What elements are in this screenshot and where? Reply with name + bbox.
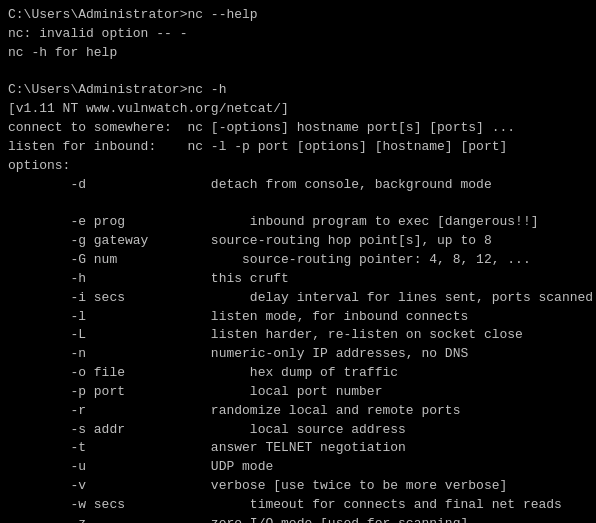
- terminal-line: nc -h for help: [8, 44, 588, 63]
- terminal-line: -G num source-routing pointer: 4, 8, 12,…: [8, 251, 588, 270]
- terminal-line: listen for inbound: nc -l -p port [optio…: [8, 138, 588, 157]
- terminal-line: -w secs timeout for connects and final n…: [8, 496, 588, 515]
- terminal-line: -r randomize local and remote ports: [8, 402, 588, 421]
- terminal-line: -n numeric-only IP addresses, no DNS: [8, 345, 588, 364]
- terminal-line: -z zero-I/O mode [used for scanning]: [8, 515, 588, 523]
- terminal-line: [v1.11 NT www.vulnwatch.org/netcat/]: [8, 100, 588, 119]
- terminal-line: -g gateway source-routing hop point[s], …: [8, 232, 588, 251]
- terminal-line: [8, 63, 588, 82]
- terminal-line: -v verbose [use twice to be more verbose…: [8, 477, 588, 496]
- terminal-line: -u UDP mode: [8, 458, 588, 477]
- terminal-line: -e prog inbound program to exec [dangero…: [8, 213, 588, 232]
- terminal-output: C:\Users\Administrator>nc --helpnc: inva…: [8, 6, 588, 523]
- terminal-line: -d detach from console, background mode: [8, 176, 588, 195]
- terminal-line: -i secs delay interval for lines sent, p…: [8, 289, 588, 308]
- terminal-line: -o file hex dump of traffic: [8, 364, 588, 383]
- terminal-line: connect to somewhere: nc [-options] host…: [8, 119, 588, 138]
- terminal-line: -h this cruft: [8, 270, 588, 289]
- terminal-line: -l listen mode, for inbound connects: [8, 308, 588, 327]
- terminal-line: C:\Users\Administrator>nc --help: [8, 6, 588, 25]
- terminal-line: nc: invalid option -- -: [8, 25, 588, 44]
- terminal-line: -t answer TELNET negotiation: [8, 439, 588, 458]
- terminal-line: -L listen harder, re-listen on socket cl…: [8, 326, 588, 345]
- terminal-line: -s addr local source address: [8, 421, 588, 440]
- terminal-line: [8, 194, 588, 213]
- terminal-window: C:\Users\Administrator>nc --helpnc: inva…: [0, 0, 596, 523]
- terminal-line: -p port local port number: [8, 383, 588, 402]
- terminal-line: C:\Users\Administrator>nc -h: [8, 81, 588, 100]
- terminal-line: options:: [8, 157, 588, 176]
